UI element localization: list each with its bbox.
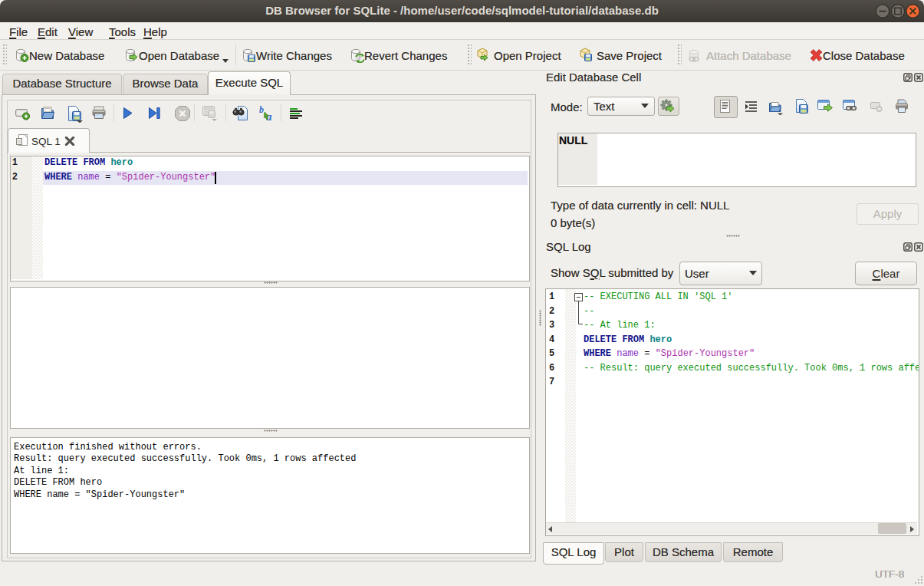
svg-text:b: b: [259, 104, 264, 115]
